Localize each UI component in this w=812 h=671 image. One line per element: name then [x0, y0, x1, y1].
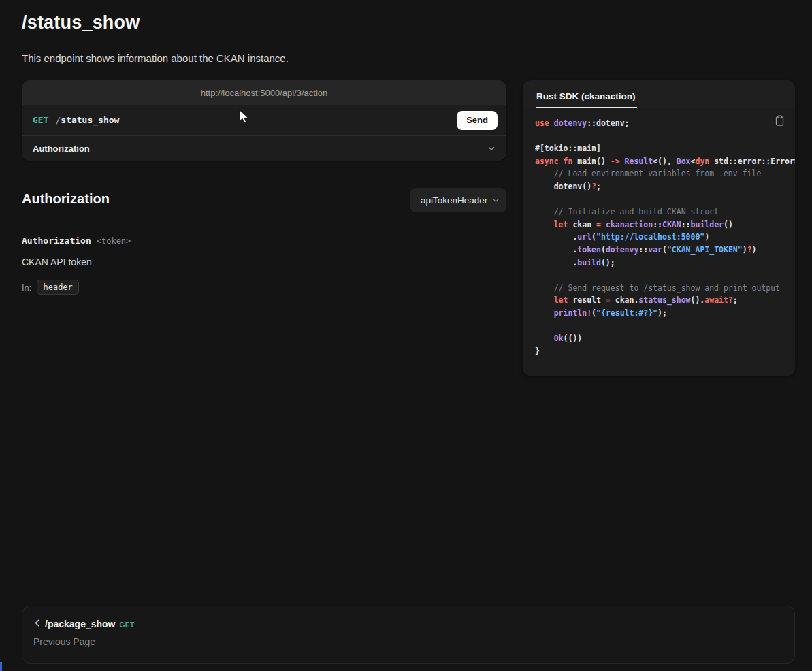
param-row: Authorization<token>: [22, 235, 131, 246]
base-url-bar: http://localhost:5000/api/3/action: [22, 80, 506, 105]
auth-row-label: Authorization: [33, 144, 90, 154]
in-value-badge: header: [37, 280, 78, 295]
tab-rust-sdk[interactable]: Rust SDK (ckanaction): [536, 83, 637, 108]
code-block[interactable]: use dotenvy::dotenv; #[tokio::main]async…: [535, 117, 795, 357]
code-tab-bar: Rust SDK (ckanaction): [523, 80, 795, 108]
endpoint-path: /status_show: [55, 115, 119, 125]
previous-page-card[interactable]: /package_show GET Previous Page: [22, 606, 795, 664]
code-sample-card: Rust SDK (ckanaction) use dotenvy::doten…: [523, 80, 795, 376]
copy-button[interactable]: [773, 114, 786, 129]
chevron-left-icon: [33, 618, 42, 630]
scroll-marker: [0, 662, 2, 671]
param-description: CKAN API token: [22, 257, 92, 267]
authorization-heading: Authorization: [22, 191, 110, 207]
param-type: <token>: [97, 236, 131, 246]
request-card: http://localhost:5000/api/3/action GET /…: [22, 80, 506, 161]
page-title: /status_show: [22, 12, 140, 33]
auth-collapsible-row[interactable]: Authorization: [22, 135, 506, 161]
endpoint-description: This endpoint shows information about th…: [22, 52, 289, 64]
previous-page-link: /package_show GET: [33, 618, 783, 630]
previous-endpoint-path: /package_show: [45, 619, 116, 629]
in-label: In:: [22, 282, 31, 293]
previous-endpoint-method: GET: [120, 621, 135, 629]
request-row: GET /status_show Send: [22, 105, 506, 135]
chevron-down-icon: [487, 144, 496, 152]
clipboard-icon: [775, 118, 785, 128]
auth-scheme-value: apiTokenHeader: [421, 195, 487, 206]
param-in-row: In: header: [22, 280, 79, 295]
method-badge: GET: [33, 115, 48, 125]
previous-page-label: Previous Page: [33, 636, 783, 647]
param-name: Authorization: [22, 235, 91, 246]
auth-scheme-select[interactable]: apiTokenHeader: [410, 188, 506, 212]
code-body: use dotenvy::dotenv; #[tokio::main]async…: [523, 108, 795, 376]
base-url: http://localhost:5000/api/3/action: [201, 88, 327, 98]
chevron-down-icon: [492, 197, 500, 204]
path-name: status_show: [61, 115, 119, 125]
send-button[interactable]: Send: [457, 111, 498, 130]
